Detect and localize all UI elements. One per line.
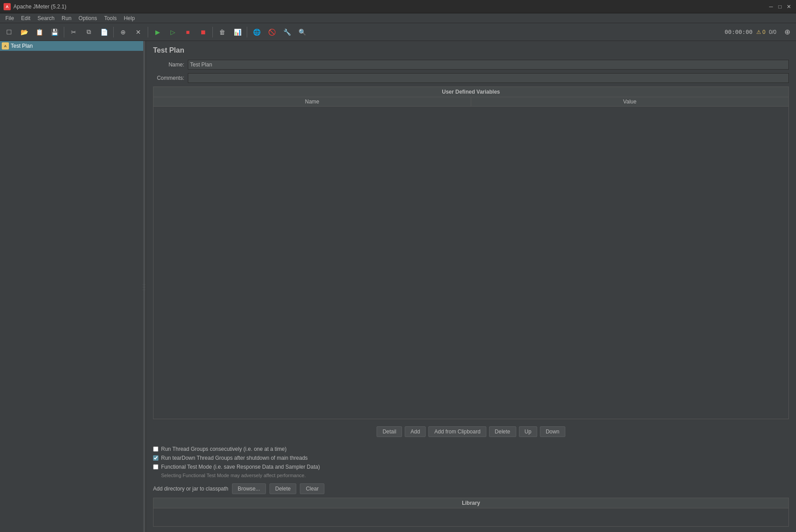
- functional-mode-checkbox[interactable]: [153, 464, 158, 470]
- title-bar: A Apache JMeter (5.2.1) ─ □ ✕: [0, 0, 796, 13]
- library-section: Library: [153, 498, 789, 527]
- resize-dots-icon: ⋮⋮⋮: [142, 283, 146, 291]
- warning-count: 0: [763, 29, 766, 35]
- save-button[interactable]: 💾: [47, 25, 62, 39]
- right-panel: Test Plan Name: Comments: User Defined V…: [146, 41, 796, 532]
- left-panel: A Test Plan ⋮⋮⋮: [0, 41, 146, 532]
- window-controls: ─ □ ✕: [767, 3, 792, 10]
- functional-mode-label: Functional Test Mode (i.e. save Response…: [161, 464, 320, 470]
- menu-run[interactable]: Run: [58, 13, 75, 23]
- stop-button[interactable]: ■: [181, 25, 195, 39]
- menu-options[interactable]: Options: [75, 13, 100, 23]
- down-button[interactable]: Down: [540, 426, 565, 437]
- checkbox-row-1: Run tearDown Thread Groups after shutdow…: [153, 455, 789, 461]
- up-button[interactable]: Up: [519, 426, 537, 437]
- name-row: Name:: [153, 60, 789, 70]
- warnings-badge: ⚠ 0: [756, 29, 766, 35]
- sep5: [247, 27, 247, 37]
- expand-button[interactable]: ⊕: [116, 25, 130, 39]
- new-button[interactable]: ☐: [2, 25, 16, 39]
- sep1: [64, 27, 64, 37]
- clear-button[interactable]: 🗑: [215, 25, 229, 39]
- comments-row: Comments:: [153, 73, 789, 83]
- functional-note: Selecting Functional Test Mode may adver…: [153, 473, 789, 478]
- search-button[interactable]: 🔍: [295, 25, 309, 39]
- add-from-clipboard-button[interactable]: Add from Clipboard: [428, 426, 486, 437]
- open-button[interactable]: 📂: [17, 25, 31, 39]
- remove-button[interactable]: ✕: [131, 25, 145, 39]
- clear-all-button[interactable]: 📊: [230, 25, 245, 39]
- minimize-button[interactable]: ─: [767, 3, 775, 10]
- menu-search[interactable]: Search: [34, 13, 58, 23]
- col-value: Value: [471, 97, 788, 106]
- add-button[interactable]: Add: [405, 426, 426, 437]
- test-plan-icon: A: [2, 42, 9, 49]
- variables-body: [153, 107, 788, 419]
- toolbar-right: 00:00:00 ⚠ 0 0/0 ⊕: [725, 25, 794, 39]
- errors-count: 0/0: [769, 29, 776, 35]
- checkbox-row-2: Functional Test Mode (i.e. save Response…: [153, 464, 789, 470]
- app-icon: A: [4, 3, 11, 10]
- run-consecutive-label: Run Thread Groups consecutively (i.e. on…: [161, 446, 286, 452]
- cut-button[interactable]: ✂: [66, 25, 81, 39]
- name-label: Name:: [153, 62, 184, 68]
- clear-classpath-button[interactable]: Clear: [300, 483, 324, 494]
- panel-title: Test Plan: [153, 46, 789, 54]
- errors-badge: 0/0: [769, 29, 776, 35]
- menu-file[interactable]: File: [2, 13, 17, 23]
- stop-now-button[interactable]: ⏹: [196, 25, 210, 39]
- comments-label: Comments:: [153, 75, 184, 81]
- classpath-row: Add directory or jar to classpath Browse…: [153, 483, 789, 494]
- library-body: [153, 508, 788, 526]
- menu-help[interactable]: Help: [120, 13, 138, 23]
- classpath-section: Add directory or jar to classpath Browse…: [153, 483, 789, 494]
- copy-button[interactable]: ⧉: [82, 25, 96, 39]
- classpath-label: Add directory or jar to classpath: [153, 486, 228, 492]
- toolbar: ☐ 📂 📋 💾 ✂ ⧉ 📄 ⊕ ✕ ▶ ▷ ■ ⏹ 🗑 📊 🌐 🚫 🔧 🔍 00…: [0, 23, 796, 41]
- name-input[interactable]: [188, 60, 789, 70]
- variables-columns: Name Value: [153, 97, 788, 107]
- detail-button[interactable]: Detail: [377, 426, 402, 437]
- menu-edit[interactable]: Edit: [17, 13, 34, 23]
- app-title: Apache JMeter (5.2.1): [13, 4, 767, 10]
- delete-button[interactable]: Delete: [489, 426, 516, 437]
- timer: 00:00:00: [725, 29, 753, 35]
- variables-header: User Defined Variables: [153, 87, 788, 97]
- browse-button[interactable]: Browse...: [232, 483, 266, 494]
- action-buttons: Detail Add Add from Clipboard Delete Up …: [153, 423, 789, 441]
- tree-item-test-plan[interactable]: A Test Plan: [0, 41, 145, 51]
- sep2: [113, 27, 114, 37]
- comments-input[interactable]: [188, 73, 789, 83]
- sep3: [148, 27, 148, 37]
- main-layout: A Test Plan ⋮⋮⋮ Test Plan Name: Comments…: [0, 41, 796, 532]
- library-header: Library: [153, 498, 788, 508]
- paste-button[interactable]: 📄: [97, 25, 111, 39]
- content-area: Test Plan Name: Comments: User Defined V…: [146, 41, 796, 532]
- start-no-pauses-button[interactable]: ▷: [166, 25, 180, 39]
- classpath-delete-button[interactable]: Delete: [269, 483, 297, 494]
- run-consecutive-checkbox[interactable]: [153, 446, 158, 452]
- checkboxes-section: Run Thread Groups consecutively (i.e. on…: [153, 444, 789, 480]
- col-name: Name: [153, 97, 471, 106]
- variables-section: User Defined Variables Name Value: [153, 87, 789, 419]
- remote-refresh-button[interactable]: ⊕: [780, 25, 794, 39]
- run-teardown-checkbox[interactable]: [153, 455, 158, 461]
- menu-tools[interactable]: Tools: [100, 13, 120, 23]
- warning-icon: ⚠: [756, 29, 761, 35]
- remote-stop-button[interactable]: 🚫: [265, 25, 279, 39]
- run-teardown-label: Run tearDown Thread Groups after shutdow…: [161, 455, 308, 461]
- remote-run-button[interactable]: 🌐: [249, 25, 264, 39]
- tree-item-label: Test Plan: [11, 43, 33, 49]
- sep4: [212, 27, 213, 37]
- maximize-button[interactable]: □: [776, 3, 784, 10]
- close-button[interactable]: ✕: [785, 3, 792, 10]
- menu-bar: File Edit Search Run Options Tools Help: [0, 13, 796, 23]
- checkbox-row-0: Run Thread Groups consecutively (i.e. on…: [153, 446, 789, 452]
- resize-handle[interactable]: ⋮⋮⋮: [143, 41, 145, 532]
- functions-button[interactable]: 🔧: [280, 25, 294, 39]
- save-copy-button[interactable]: 📋: [32, 25, 46, 39]
- start-button[interactable]: ▶: [150, 25, 165, 39]
